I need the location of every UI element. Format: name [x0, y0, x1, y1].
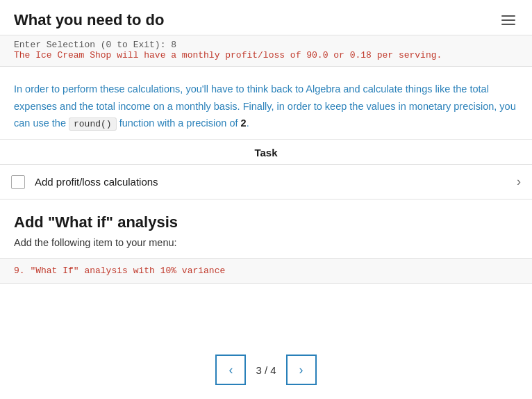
prev-button[interactable]: ‹	[215, 355, 246, 385]
menu-bar-2	[501, 19, 515, 21]
terminal-line-2: The Ice Cream Shop will have a monthly p…	[14, 50, 518, 60]
next-button[interactable]: ›	[286, 355, 317, 385]
section-desc: Add the following item to your menu:	[0, 237, 532, 258]
section-title: Add "What if" analysis	[0, 200, 532, 237]
desc-text-mid: function with a precision of	[117, 117, 241, 129]
page-info: 3 / 4	[246, 364, 285, 376]
round-function-code: round()	[69, 117, 117, 131]
menu-icon[interactable]	[499, 13, 518, 28]
task-label: Task	[0, 139, 532, 164]
task-item[interactable]: Add profit/loss calculations ›	[0, 164, 532, 200]
menu-bar-3	[501, 24, 515, 25]
task-checkbox[interactable]	[11, 175, 25, 189]
next-icon: ›	[299, 363, 304, 377]
prev-icon: ‹	[228, 363, 233, 377]
pagination: ‹ 3 / 4 ›	[0, 355, 532, 385]
description-block: In order to perform these calculations, …	[0, 67, 532, 139]
header: What you need to do	[0, 0, 532, 35]
task-text: Add profit/loss calculations	[35, 176, 511, 188]
terminal-output: Enter Selection (0 to Exit): 8 The Ice C…	[0, 35, 532, 67]
task-chevron-icon: ›	[517, 174, 521, 189]
desc-text-end: .	[247, 117, 249, 129]
terminal-line-1: Enter Selection (0 to Exit): 8	[14, 40, 518, 50]
page-title: What you need to do	[14, 11, 164, 29]
menu-bar-1	[501, 15, 515, 17]
desc-bold-2: 2	[241, 117, 247, 129]
code-line: 9. "What If" analysis with 10% variance	[14, 266, 518, 276]
code-block: 9. "What If" analysis with 10% variance	[0, 258, 532, 284]
